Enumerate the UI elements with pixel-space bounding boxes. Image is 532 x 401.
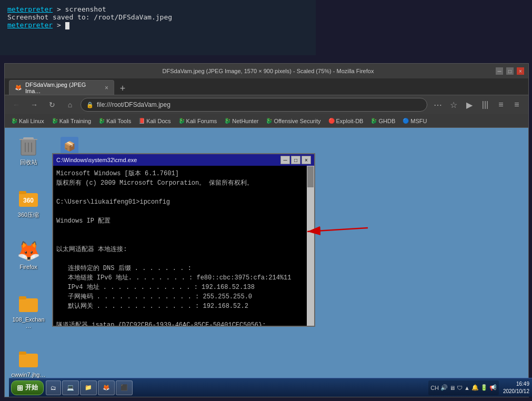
cmd-window-controls: ─ □ × [280, 156, 311, 164]
windows-logo-icon: ⊞ [17, 384, 23, 392]
chevron-up-icon[interactable]: ▲ [464, 385, 470, 391]
system-tray: CH 🔊 🖥 🛡 ▲ 🔔 🔋 📢 [428, 380, 499, 395]
cmd-line-3: Windows IP 配置 [56, 216, 311, 226]
taskbar-item-cmd-active[interactable]: ⬛ [116, 380, 133, 395]
active-tab[interactable]: 🦊 DFSdaVam.jpeg (JPEG Ima… × [9, 80, 114, 95]
cmd-close-button[interactable]: × [302, 156, 311, 164]
cmd-line-1: 版权所有 (c) 2009 Microsoft Corporation。 保留所… [56, 178, 311, 188]
back-button[interactable]: ← [9, 97, 24, 112]
terminal-prompt-2: meterpreter [7, 21, 53, 29]
taskbar-item-explorer[interactable]: 📁 [80, 380, 97, 395]
taskbar-clock[interactable]: 16:49 2020/10/12 [501, 380, 531, 395]
bookmark-exploit-db[interactable]: 🔴 Exploit-DB [325, 117, 367, 125]
desktop-icon-firefox[interactable]: 🦊 Firefox [10, 238, 47, 272]
red-arrow-annotation [299, 220, 373, 236]
window-controls: ─ □ × [496, 67, 524, 75]
top-terminal: meterpreter > screenshot Screenshot save… [0, 0, 316, 55]
window-title: DFSdaVam.jpeg (JPEG Image, 1570 × 900 pi… [41, 68, 496, 74]
bookmark-msfu-label: MSFU [410, 118, 427, 124]
svg-rect-12 [19, 296, 26, 299]
cmd-active-icon: ⬛ [121, 384, 128, 391]
cmd-line-10: 隧道适配器 isatap.{D7C92CB6-1939-46AC-85CE-50… [56, 320, 311, 326]
bookmark-kali-forums[interactable]: 🐉 Kali Forums [175, 117, 220, 125]
nethunter-icon: 🐉 [224, 118, 230, 124]
speaker-icon: 📢 [489, 384, 497, 391]
nav-right-buttons: ⋯ ☆ ▶ ||| ≡ ≡ [430, 97, 524, 112]
taskbar-item-firefox-bar[interactable]: 🦊 [98, 380, 115, 395]
explorer-icon: 📁 [85, 384, 92, 391]
close-button[interactable]: × [517, 67, 524, 75]
restore-button[interactable]: □ [506, 67, 514, 75]
bookmark-kali-linux-label: Kali Linux [19, 118, 44, 124]
volume-icon: 🔊 [440, 384, 448, 391]
cmd-scrollbar[interactable] [307, 166, 314, 326]
bookmark-button[interactable]: ☆ [446, 97, 461, 112]
network-icon: 🖥 [449, 385, 455, 391]
menu-button[interactable]: ≡ [509, 97, 524, 112]
minimize-button[interactable]: ─ [496, 67, 503, 75]
refresh-button[interactable]: ↻ [45, 97, 59, 112]
desktop-icon-cwwin-bottom[interactable]: cwwin7.jhg… [10, 346, 47, 380]
bookmark-kali-linux[interactable]: 🐉 Kali Linux [8, 117, 47, 125]
reader-icon[interactable]: ≡ [494, 97, 508, 112]
taskbar-items: 🗂 💻 📁 🦊 ⬛ [46, 380, 428, 395]
bookmark-kali-docs-label: Kali Docs [146, 118, 170, 124]
start-button[interactable]: ⊞ 开始 [11, 380, 44, 395]
taskbar-right: CH 🔊 🖥 🛡 ▲ 🔔 🔋 📢 16:49 2020/10/12 [428, 380, 531, 395]
bookmark-kali-forums-label: Kali Forums [186, 118, 217, 124]
folder-108-icon [18, 293, 39, 314]
kali-forums-icon: 🐉 [178, 118, 185, 124]
browser-content: 回收站 📦 cwwin7.jhg… 360 360压缩 [5, 128, 528, 397]
sidebar-button[interactable]: ||| [478, 97, 493, 112]
bookmark-exploit-db-label: Exploit-DB [336, 118, 364, 124]
clock-date: 2020/10/12 [503, 388, 529, 395]
desktop-icon-360[interactable]: 360 360压缩 [10, 186, 47, 221]
new-tab-button[interactable]: + [116, 82, 129, 95]
clock-time: 16:49 [503, 380, 529, 388]
bookmark-nethunter[interactable]: 🐉 NetHunter [221, 117, 262, 125]
cmd-window: C:\Windows\system32\cmd.exe ─ □ × Micros… [52, 153, 315, 327]
file-manager-icon: 🗂 [51, 385, 56, 391]
bookmark-kali-tools-label: Kali Tools [106, 118, 131, 124]
folder-108-label: 108_Exchan… [10, 316, 47, 329]
desktop-icon-recycle[interactable]: 回收站 [10, 133, 47, 168]
cmd-titlebar: C:\Windows\system32\cmd.exe ─ □ × [53, 154, 314, 166]
bookmark-kali-tools[interactable]: 🐉 Kali Tools [95, 117, 134, 125]
home-button[interactable]: ⌂ [63, 97, 77, 112]
desktop-icon-108[interactable]: 108_Exchan… [10, 291, 47, 331]
cmd-body: Microsoft Windows [版本 6.1.7601] 版权所有 (c)… [53, 166, 314, 326]
cmd-line-blank-4 [56, 235, 311, 245]
reader-mode-button[interactable]: ▶ [462, 97, 477, 112]
battery-icon: 🔋 [480, 384, 488, 391]
kali-tools-icon: 🐉 [98, 118, 105, 124]
bookmark-offensive-security-label: Offensive Security [274, 118, 320, 124]
forward-button[interactable]: → [27, 97, 42, 112]
bookmark-msfu[interactable]: 🔵 MSFU [399, 117, 430, 125]
cmd-title-text: C:\Windows\system32\cmd.exe [56, 157, 137, 163]
address-lock-icon: 🔒 [86, 102, 94, 108]
bookmark-kali-docs[interactable]: 📕 Kali Docs [135, 117, 174, 125]
bookmark-kali-training[interactable]: 🐉 Kali Training [48, 117, 95, 125]
cmd-restore-button[interactable]: □ [291, 156, 300, 164]
folder-cwwin-label: cwwin7.jhg… [12, 372, 46, 378]
taskbar-item-file-manager[interactable]: 🗂 [46, 380, 61, 395]
start-button-label: 开始 [25, 383, 38, 392]
cmd-minimize-button[interactable]: ─ [280, 156, 290, 164]
cmd-line-9: 默认网关 . . . . . . . . . . . . . : 192.168… [56, 302, 311, 311]
recycle-bin-icon [18, 135, 39, 156]
svg-rect-14 [19, 352, 26, 355]
svg-rect-9 [19, 191, 26, 194]
kali-linux-icon: 🐉 [11, 118, 17, 124]
taskbar-item-cmd[interactable]: 💻 [62, 380, 79, 395]
bookmark-offensive-security[interactable]: 🐉 Offensive Security [263, 117, 324, 125]
bookmark-ghdb[interactable]: 🐉 GHDB [367, 117, 398, 125]
cmd-line-5: 连接特定的 DNS 后缀 . . . . . . . : [56, 264, 311, 273]
address-bar[interactable]: 🔒 file:///root/DFSdaVam.jpeg [81, 98, 427, 112]
tab-close-button[interactable]: × [105, 84, 108, 92]
alert-icon: 🔔 [471, 384, 479, 391]
extensions-button[interactable]: ⋯ [430, 97, 445, 112]
folder-360-icon: 360 [18, 188, 39, 209]
kali-training-icon: 🐉 [52, 118, 58, 124]
bookmarks-bar: 🐉 Kali Linux 🐉 Kali Training 🐉 Kali Tool… [5, 114, 528, 128]
cmd-line-4: 以太网适配器 本地连接: [56, 245, 311, 254]
